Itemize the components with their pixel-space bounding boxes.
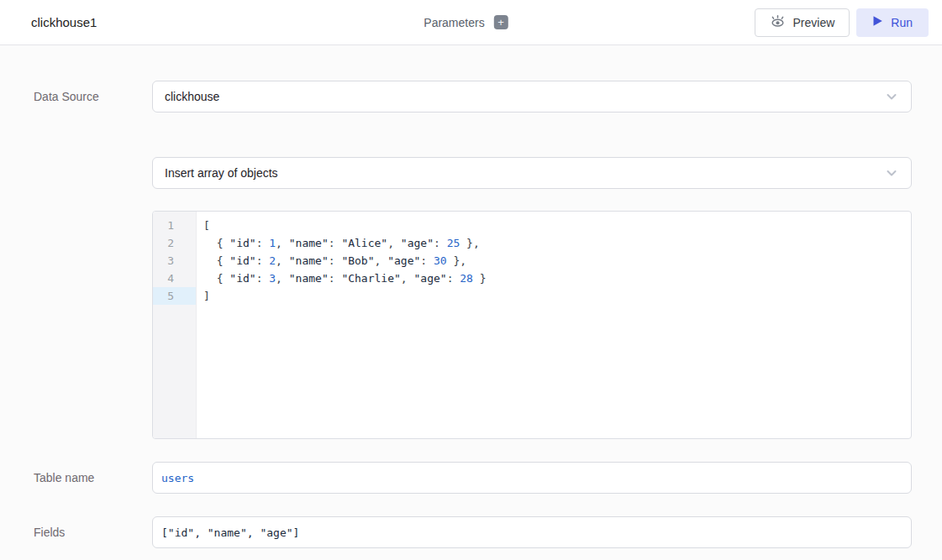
fields-label: Fields (34, 516, 152, 548)
line-number: 3 (153, 252, 196, 270)
preview-button[interactable]: Preview (755, 8, 850, 37)
chevron-down-icon (884, 165, 899, 181)
table-name-input[interactable]: users (152, 462, 912, 494)
run-button[interactable]: Run (856, 8, 929, 37)
code-line[interactable]: ] (203, 287, 911, 305)
chevron-down-icon (884, 89, 899, 104)
operation-row: Insert array of objects (34, 157, 942, 189)
editor-gutter: 12345 (153, 212, 197, 438)
data-source-value: clickhouse (165, 90, 219, 103)
operation-value: Insert array of objects (165, 166, 278, 180)
code-line[interactable]: { "id": 3, "name": "Charlie", "age": 28 … (203, 270, 911, 287)
parameters-label: Parameters (424, 16, 484, 29)
data-source-select[interactable]: clickhouse (152, 81, 912, 113)
editor-row: 12345 [ { "id": 1, "name": "Alice", "age… (34, 211, 942, 439)
run-button-label: Run (891, 16, 913, 29)
code-line[interactable]: { "id": 2, "name": "Bob", "age": 30 }, (203, 252, 911, 270)
line-number: 2 (153, 234, 196, 252)
table-name-label: Table name (34, 462, 152, 494)
editor-label-spacer (34, 211, 152, 439)
add-parameter-button[interactable]: + (494, 15, 508, 29)
play-icon (872, 15, 883, 29)
data-source-row: Data Source clickhouse (34, 81, 942, 113)
line-number: 1 (153, 217, 196, 234)
fields-value: ["id", "name", "age"] (161, 526, 299, 539)
query-title: clickhouse1 (31, 15, 97, 29)
preview-button-label: Preview (793, 16, 835, 29)
table-name-row: Table name users (34, 462, 942, 494)
table-name-value: users (161, 472, 194, 484)
eye-icon (770, 14, 786, 30)
code-line[interactable]: [ (203, 217, 911, 234)
editor-code[interactable]: [ { "id": 1, "name": "Alice", "age": 25 … (197, 212, 911, 438)
header-actions: Preview Run (755, 8, 929, 37)
line-number: 5 (153, 287, 196, 305)
code-editor[interactable]: 12345 [ { "id": 1, "name": "Alice", "age… (152, 211, 912, 439)
query-header: clickhouse1 Parameters + Preview (0, 0, 942, 45)
plus-icon: + (497, 16, 504, 29)
query-form: Data Source clickhouse Insert array of o… (0, 45, 942, 548)
line-number: 4 (153, 270, 196, 287)
fields-input[interactable]: ["id", "name", "age"] (152, 516, 912, 548)
parameters-group: Parameters + (424, 15, 508, 29)
data-source-label: Data Source (34, 81, 152, 113)
fields-row: Fields ["id", "name", "age"] (34, 516, 942, 548)
operation-select[interactable]: Insert array of objects (152, 157, 912, 189)
code-line[interactable]: { "id": 1, "name": "Alice", "age": 25 }, (203, 234, 911, 252)
operation-label-spacer (34, 157, 152, 189)
